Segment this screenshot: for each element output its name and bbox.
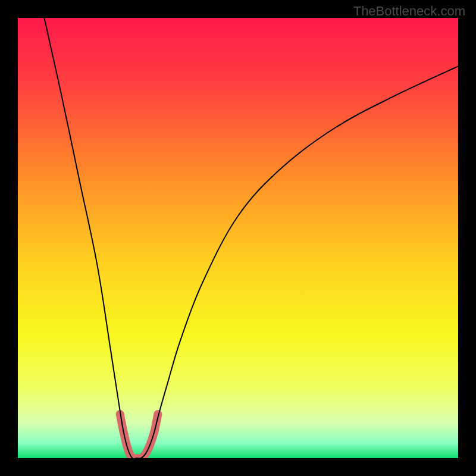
plot-frame — [18, 18, 458, 458]
watermark: TheBottleneck.com — [353, 4, 465, 19]
plot-area — [18, 18, 458, 458]
bottleneck-curve — [44, 18, 458, 458]
curve-layer — [18, 18, 458, 458]
highlight-band — [120, 414, 158, 458]
